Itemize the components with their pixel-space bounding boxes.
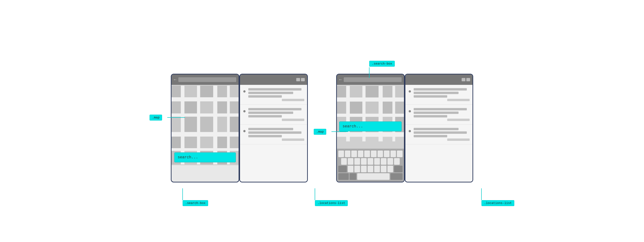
phone-header-left-2: ← <box>337 74 404 85</box>
svg-rect-30 <box>172 136 181 148</box>
key[interactable] <box>381 158 386 165</box>
header-icons-2 <box>462 78 470 81</box>
key[interactable] <box>361 158 367 165</box>
text-line-tag <box>447 138 470 141</box>
svg-rect-55 <box>350 86 362 97</box>
text-line-tag <box>447 99 470 101</box>
text-line-tag <box>282 119 304 121</box>
keyboard-row-2 <box>338 158 402 165</box>
search-input-2[interactable]: search... <box>339 122 402 132</box>
text-line <box>414 135 447 137</box>
key[interactable] <box>338 150 344 157</box>
key[interactable] <box>348 166 354 172</box>
left-phone-2: ← <box>336 74 405 182</box>
back-arrow-1: ← <box>174 77 176 82</box>
header-icon-2 <box>301 78 305 81</box>
svg-rect-21 <box>184 102 197 114</box>
key[interactable] <box>358 150 364 157</box>
svg-rect-50 <box>346 86 350 141</box>
return-key[interactable] <box>390 173 402 180</box>
svg-rect-23 <box>217 102 227 114</box>
list-text-group <box>248 88 304 101</box>
right-phone-2: ● ● <box>405 74 473 182</box>
key[interactable] <box>397 150 402 157</box>
svg-rect-31 <box>184 136 197 148</box>
shift-key[interactable] <box>338 166 347 172</box>
pin-icon: ● <box>408 108 411 114</box>
key[interactable] <box>388 166 393 172</box>
key[interactable] <box>394 158 400 165</box>
svg-marker-41 <box>346 132 348 132</box>
text-line <box>414 132 467 134</box>
text-line-tag <box>282 138 304 141</box>
svg-rect-18 <box>217 86 227 97</box>
key[interactable] <box>368 166 373 172</box>
key[interactable] <box>364 150 370 157</box>
key[interactable] <box>368 158 373 165</box>
key[interactable] <box>388 158 393 165</box>
header-icon-1 <box>296 78 300 81</box>
text-line <box>248 88 302 90</box>
key[interactable] <box>374 166 380 172</box>
key[interactable] <box>390 150 396 157</box>
key[interactable] <box>354 166 360 172</box>
right-phone-1: ● ● <box>239 74 308 182</box>
list-item: ● <box>406 124 472 144</box>
key[interactable] <box>374 158 380 165</box>
key[interactable] <box>354 158 360 165</box>
key[interactable] <box>381 166 386 172</box>
key[interactable] <box>351 150 357 157</box>
header-icon-3 <box>462 78 466 81</box>
key[interactable] <box>371 150 376 157</box>
list-text-group <box>414 108 470 121</box>
key[interactable] <box>348 158 354 165</box>
phones-row-1: ← <box>171 74 308 182</box>
list-item: ● <box>406 85 472 105</box>
pin-icon: ● <box>243 108 246 114</box>
search-input-1[interactable]: search... <box>174 152 236 162</box>
svg-rect-51 <box>362 86 366 141</box>
key[interactable] <box>345 150 350 157</box>
key[interactable] <box>378 150 383 157</box>
pin-icon: ● <box>243 88 246 94</box>
emoji-key[interactable] <box>350 173 356 180</box>
svg-rect-63 <box>395 102 404 114</box>
locations-list-1: ● ● <box>240 85 307 182</box>
text-line <box>248 128 293 130</box>
svg-rect-28 <box>217 117 227 132</box>
space-key[interactable] <box>357 173 390 180</box>
svg-rect-25 <box>172 117 181 132</box>
svg-rect-33 <box>217 136 227 148</box>
keyboard-row-3 <box>338 166 402 172</box>
pin-icon: ● <box>408 88 411 94</box>
key[interactable] <box>341 158 347 165</box>
text-line <box>248 115 282 118</box>
text-line <box>248 95 282 98</box>
text-line <box>248 112 293 114</box>
list-text-group <box>414 128 470 141</box>
text-line <box>248 132 302 134</box>
header-icons-1 <box>296 78 305 81</box>
keyboard-row-1 <box>338 150 402 157</box>
svg-rect-61 <box>366 102 378 114</box>
svg-marker-45 <box>481 188 482 190</box>
text-line <box>414 128 458 130</box>
text-line <box>248 108 302 110</box>
svg-rect-53 <box>392 86 395 141</box>
svg-marker-5 <box>315 188 315 190</box>
map-area-2: search... <box>337 85 404 182</box>
list-item: ● <box>240 105 307 124</box>
svg-rect-54 <box>337 86 346 97</box>
delete-key[interactable] <box>394 166 402 172</box>
phone-header-right-2 <box>406 74 472 85</box>
svg-rect-27 <box>200 117 213 132</box>
text-line <box>248 135 282 137</box>
svg-rect-15 <box>172 86 181 97</box>
svg-marker-43 <box>369 76 370 78</box>
numbers-key[interactable] <box>338 173 349 180</box>
list-text-group <box>248 108 304 121</box>
key[interactable] <box>361 166 367 172</box>
key[interactable] <box>384 150 390 157</box>
diagram-1: .map .search-box .locations-list ← <box>171 74 308 182</box>
svg-rect-34 <box>230 136 238 148</box>
